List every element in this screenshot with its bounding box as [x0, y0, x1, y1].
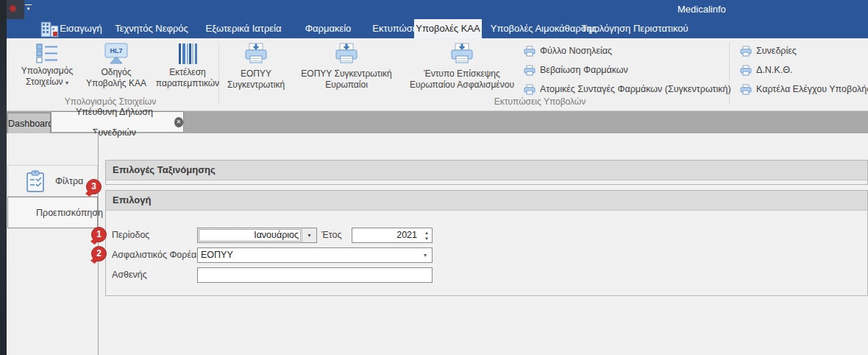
ribbon-tab-exoterika-iatreia[interactable]: Εξωτερικά Ιατρεία	[200, 19, 287, 38]
button-label: ΕΟΠΥΥ Συγκεντρωτική Ευρωπαίοι	[296, 68, 397, 91]
sidebar-item-filtra[interactable]: Φίλτρα	[7, 165, 98, 197]
tab-ypeuthini-dilosi-synedrion[interactable]: Υπέυθυνη Δήλωση Συνεδριών ✕	[51, 111, 184, 132]
printer-icon	[524, 46, 536, 57]
chevron-down-icon: ▾	[24, 7, 32, 11]
atomikes-syntages-farmakon-item[interactable]: Ατομικές Συνταγές Φαρμάκων (Συγκεντρωτικ…	[524, 81, 731, 97]
printer-icon	[524, 84, 536, 95]
step-badge-2: 2	[91, 246, 107, 261]
ribbon-tab-farmakeio[interactable]: Φαρμακείο	[297, 19, 359, 38]
barcode-icon	[177, 43, 198, 65]
chevron-down-icon[interactable]: ▾	[419, 248, 432, 262]
button-label: Οδηγός Υποβολής ΚΑΑ	[85, 67, 147, 89]
year-spinner[interactable]: 2021 ▲ ▼	[352, 228, 433, 243]
clipboard-icon	[26, 170, 45, 192]
application-window: { "window": { "title": "Medicalinfo" }, …	[0, 0, 868, 355]
synedries-item[interactable]: Συνεδρίες	[740, 43, 797, 59]
period-combobox[interactable]: Ιανουάριος ▾	[197, 228, 317, 243]
window-title: Medicalinfo	[677, 0, 726, 19]
item-label: Καρτέλα Ελέγχου Υποβολής	[756, 84, 868, 94]
ribbon-tab-eisagogi[interactable]: Εισαγωγή	[57, 19, 104, 38]
button-label: Εκτέλεση παραπεμπτικών	[150, 67, 225, 89]
calc-stoixeion-button[interactable]: Υπολογισμός Στοιχείων ▾	[10, 41, 84, 94]
printer-icon	[243, 43, 268, 66]
period-label: Περίοδος	[112, 228, 149, 243]
sidebar-divider	[98, 133, 99, 355]
year-label: Έτος	[321, 228, 342, 243]
list-icon	[36, 43, 58, 63]
ribbon-group2-label: Εκτυπώσεις Υποβολών	[466, 96, 613, 108]
svg-text:HL7: HL7	[110, 47, 122, 55]
desktop-edge-strip	[0, 0, 7, 355]
ribbon-tab-texnitos-nefros[interactable]: Τεχνητός Νεφρός	[110, 19, 193, 38]
odigos-ypovolis-kaa-button[interactable]: HL7 Οδηγός Υποβολής ΚΑΑ	[85, 41, 147, 94]
printer-icon	[740, 46, 752, 57]
hl7-icon: HL7	[103, 43, 129, 65]
sidebar-item-label: Φίλτρα	[55, 176, 83, 186]
printer-icon	[449, 43, 474, 66]
app-logo-icon: ✸	[5, 1, 20, 16]
bebaiosi-farmakon-item[interactable]: Βεβαίωση Φαρμάκων	[524, 62, 628, 78]
quick-access-dropdown-icon[interactable]: ▾	[24, 4, 32, 11]
sidebar-item-proepiskopisi[interactable]: Προεπισκόπηση	[7, 197, 98, 228]
ektelesi-parapemptikon-button[interactable]: Εκτέλεση παραπεμπτικών	[150, 41, 225, 94]
item-label: Φύλλο Νοσηλείας	[540, 46, 612, 56]
insurer-combobox[interactable]: ΕΟΠΥΥ ▾	[197, 247, 433, 263]
button-label: ΕΟΠΥΥ Συγκεντρωτική	[221, 68, 291, 91]
button-label: Έντυπο Επίσκεψης Ευρωπαίου Ασφαλισμένου	[403, 68, 521, 91]
period-value: Ιανουάριος	[198, 228, 302, 242]
ribbon-tab-timologisi-peristatikou[interactable]: Τιμολόγηση Περιστατικού	[581, 19, 681, 38]
spin-down-icon[interactable]: ▼	[421, 236, 432, 242]
step-badge-3: 3	[86, 179, 102, 194]
year-value: 2021	[352, 228, 421, 242]
printer-icon	[524, 65, 536, 76]
insurer-label: Ασφαλιστικός Φορέας	[112, 247, 201, 263]
item-label: Βεβαίωση Φαρμάκων	[540, 65, 628, 75]
eopyy-sygkentrotiki-button[interactable]: ΕΟΠΥΥ Συγκεντρωτική	[221, 41, 291, 94]
patient-input[interactable]	[197, 267, 433, 283]
kartela-elegxou-ypovolis-item[interactable]: Καρτέλα Ελέγχου Υποβολής	[740, 81, 868, 97]
patient-label: Ασθενής	[112, 267, 147, 283]
sidebar-item-label: Προεπισκόπηση	[36, 208, 103, 218]
close-icon[interactable]: ✕	[174, 117, 183, 127]
eopyy-sygkentrotiki-evropaioi-button[interactable]: ΕΟΠΥΥ Συγκεντρωτική Ευρωπαίοι	[296, 41, 397, 94]
printer-icon	[334, 43, 359, 66]
sort-options-group: Επιλογές Ταξινόμησης	[105, 160, 868, 185]
step-badge-1: 1	[91, 227, 107, 242]
fyllo-nosileias-item[interactable]: Φύλλο Νοσηλείας	[524, 43, 612, 59]
printer-icon	[740, 84, 752, 95]
chevron-down-icon: ▾	[65, 80, 68, 86]
dnkth-item[interactable]: Δ.Ν.Κ.Θ.	[740, 62, 792, 78]
printer-icon	[740, 65, 752, 76]
chevron-down-icon[interactable]: ▾	[302, 228, 316, 242]
item-label: Δ.Ν.Κ.Θ.	[756, 65, 792, 75]
insurer-value: ΕΟΠΥΥ	[198, 248, 419, 262]
tab-dashboard[interactable]: Dashboard	[7, 113, 51, 133]
ribbon-tab-ypovoles-kaa[interactable]: Υποβολές ΚΑΑ	[414, 19, 482, 38]
app-logo-area: ✸	[7, 0, 24, 19]
spin-up-icon[interactable]: ▲	[421, 230, 432, 236]
entypo-episkepsis-evropaiou-button[interactable]: Έντυπο Επίσκεψης Ευρωπαίου Ασφαλισμένου	[403, 41, 521, 94]
item-label: Συνεδρίες	[756, 46, 797, 56]
selection-header: Επιλογή	[106, 191, 867, 211]
sort-options-header: Επιλογές Ταξινόμησης	[106, 161, 867, 180]
item-label: Ατομικές Συνταγές Φαρμάκων (Συγκεντρωτικ…	[540, 84, 731, 94]
title-bar: ✸ ▾ Medicalinfo	[7, 0, 868, 19]
